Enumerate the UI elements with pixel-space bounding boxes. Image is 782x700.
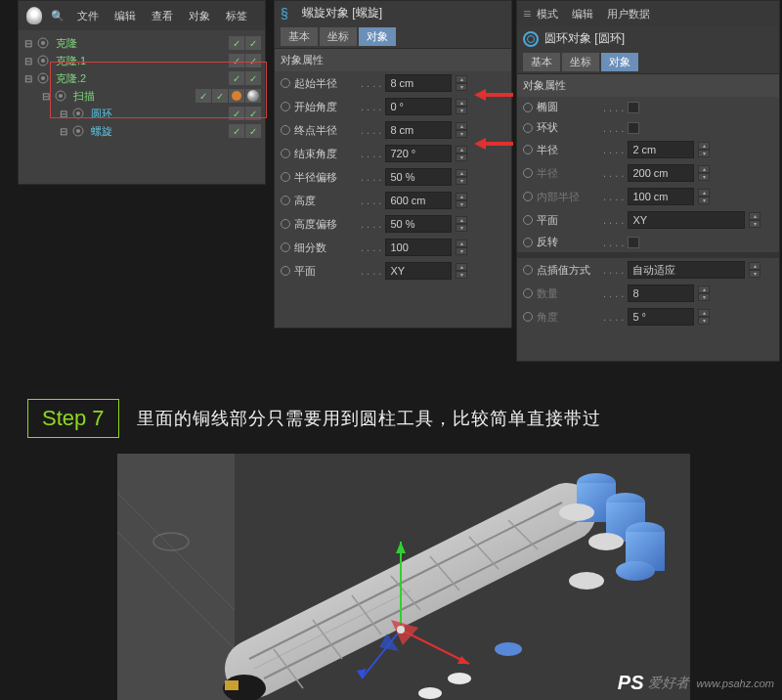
property-input[interactable] — [385, 168, 452, 186]
property-input[interactable] — [628, 188, 694, 205]
checkbox[interactable] — [628, 122, 639, 134]
property-input[interactable] — [385, 262, 452, 280]
tab-object[interactable]: 对象 — [359, 27, 396, 46]
tab-coord2[interactable]: 坐标 — [562, 53, 599, 71]
radio-icon[interactable] — [281, 172, 290, 182]
menu-edit[interactable]: 编辑 — [109, 9, 142, 23]
tree-row[interactable]: ⊟螺旋✓✓ — [19, 122, 265, 140]
radio-icon[interactable] — [523, 238, 533, 247]
menu-tags[interactable]: 标签 — [220, 9, 253, 23]
radio-icon[interactable] — [523, 168, 533, 178]
visibility-tag[interactable]: ✓ — [229, 54, 244, 67]
radio-icon[interactable] — [523, 312, 533, 322]
property-input[interactable] — [628, 141, 694, 158]
expand-icon[interactable]: ⊟ — [58, 109, 69, 119]
visibility-tag[interactable]: ✓ — [212, 89, 228, 103]
expand-icon[interactable]: ⊟ — [22, 38, 34, 49]
radio-icon[interactable] — [281, 149, 290, 158]
spinner[interactable]: ▴▾ — [456, 99, 467, 114]
checkbox[interactable] — [628, 102, 639, 113]
property-input[interactable] — [385, 121, 452, 139]
object-label[interactable]: 克隆.2 — [52, 71, 90, 86]
tree-row[interactable]: ⊟扫描✓✓ — [19, 87, 265, 105]
menu-view[interactable]: 查看 — [146, 9, 179, 23]
visibility-tag[interactable]: ✓ — [229, 71, 244, 85]
property-input[interactable] — [628, 284, 694, 302]
tab-object2[interactable]: 对象 — [601, 53, 638, 71]
spinner[interactable]: ▴▾ — [456, 240, 467, 255]
object-label[interactable]: 圆环 — [87, 107, 116, 121]
3d-viewport[interactable] — [117, 454, 690, 700]
property-input[interactable] — [385, 145, 452, 162]
spinner[interactable]: ▴▾ — [456, 146, 467, 161]
spinner[interactable]: ▴▾ — [456, 169, 467, 185]
spinner[interactable]: ▴▾ — [456, 263, 467, 279]
menu-edit2[interactable]: 编辑 — [566, 7, 599, 22]
tree-row[interactable]: ⊟克隆.2✓✓ — [19, 69, 265, 87]
tab-basic[interactable]: 基本 — [281, 27, 318, 46]
property-input[interactable] — [385, 239, 452, 256]
tree-row[interactable]: ⊟克隆✓✓ — [19, 34, 265, 52]
radio-icon[interactable] — [523, 192, 533, 201]
visibility-tag[interactable]: ✓ — [229, 36, 244, 50]
object-label[interactable]: 克隆.1 — [52, 54, 90, 68]
menu-object[interactable]: 对象 — [183, 9, 216, 23]
radio-icon[interactable] — [281, 196, 290, 205]
spinner[interactable]: ▴▾ — [698, 309, 710, 325]
radio-icon[interactable] — [523, 265, 533, 275]
visibility-tag[interactable]: ✓ — [229, 124, 244, 138]
material-tag[interactable] — [229, 89, 244, 103]
radio-icon[interactable] — [523, 288, 533, 298]
radio-icon[interactable] — [281, 219, 290, 229]
property-input[interactable] — [628, 164, 694, 182]
object-label[interactable]: 克隆 — [52, 36, 81, 51]
visibility-tag[interactable]: ✓ — [229, 107, 244, 120]
tab-basic2[interactable]: 基本 — [523, 53, 560, 71]
property-input[interactable] — [628, 308, 694, 326]
object-label[interactable]: 螺旋 — [87, 124, 116, 139]
radio-icon[interactable] — [523, 123, 533, 133]
menu-mode[interactable]: 模式 — [531, 7, 564, 22]
material-tag[interactable] — [245, 89, 261, 103]
spinner[interactable]: ▴▾ — [456, 75, 467, 91]
radio-icon[interactable] — [281, 242, 290, 252]
radio-icon[interactable] — [523, 215, 533, 225]
radio-icon[interactable] — [281, 102, 290, 111]
radio-icon[interactable] — [523, 103, 533, 112]
object-label[interactable]: 扫描 — [69, 89, 99, 104]
spinner[interactable]: ▴▾ — [456, 122, 467, 138]
property-input[interactable] — [385, 192, 452, 209]
radio-icon[interactable] — [281, 266, 290, 276]
search-icon[interactable]: 🔍 — [48, 6, 67, 25]
visibility-tag[interactable]: ✓ — [245, 54, 261, 67]
spinner[interactable]: ▴▾ — [698, 165, 710, 181]
tree-row[interactable]: ⊟圆环✓✓ — [19, 105, 265, 122]
property-input[interactable] — [385, 74, 452, 92]
spinner[interactable]: ▴▾ — [749, 262, 760, 278]
menu-icon[interactable]: ≡ — [523, 6, 529, 22]
visibility-tag[interactable]: ✓ — [245, 36, 261, 50]
checkbox[interactable] — [628, 237, 639, 248]
spinner[interactable]: ▴▾ — [698, 142, 710, 157]
spinner[interactable]: ▴▾ — [456, 193, 467, 208]
menu-file[interactable]: 文件 — [71, 9, 105, 23]
tree-row[interactable]: ⊟克隆.1✓✓ — [19, 52, 265, 69]
property-input[interactable] — [385, 98, 452, 115]
property-input[interactable] — [628, 261, 745, 279]
visibility-tag[interactable]: ✓ — [245, 124, 261, 138]
visibility-tag[interactable]: ✓ — [245, 107, 261, 120]
expand-icon[interactable]: ⊟ — [22, 56, 34, 66]
menu-userdata[interactable]: 用户数据 — [601, 7, 656, 22]
bulb-icon[interactable] — [24, 6, 44, 25]
radio-icon[interactable] — [281, 125, 290, 135]
radio-icon[interactable] — [523, 145, 533, 154]
spinner[interactable]: ▴▾ — [698, 189, 710, 204]
spinner[interactable]: ▴▾ — [749, 212, 760, 228]
visibility-tag[interactable]: ✓ — [196, 89, 211, 103]
visibility-tag[interactable]: ✓ — [245, 71, 261, 85]
radio-icon[interactable] — [281, 78, 290, 88]
property-input[interactable] — [628, 211, 745, 229]
expand-icon[interactable]: ⊟ — [58, 126, 69, 137]
tab-coord[interactable]: 坐标 — [320, 27, 357, 46]
expand-icon[interactable]: ⊟ — [22, 73, 34, 84]
